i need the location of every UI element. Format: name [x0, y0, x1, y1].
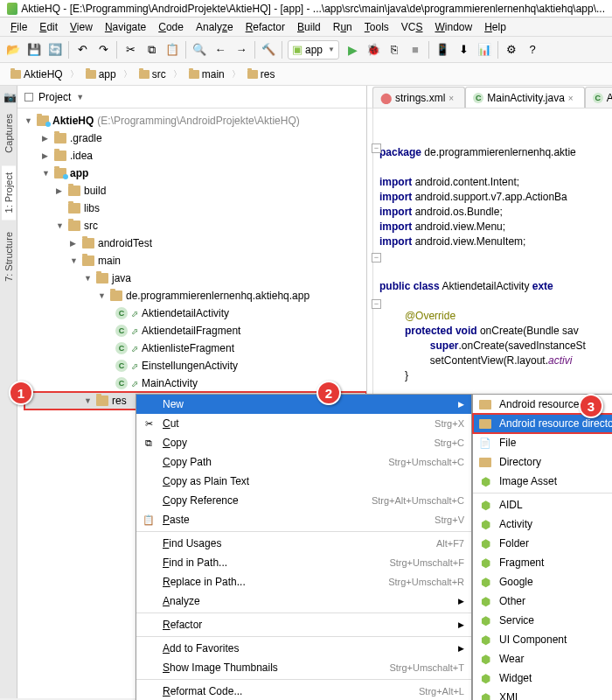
pane-title[interactable]: Project	[38, 91, 71, 103]
tree-root[interactable]: ▼AktieHQ (E:\Programming\AndroidProjekte…	[24, 112, 366, 130]
debug-icon[interactable]: 🐞	[365, 42, 381, 58]
menu-item-aidl[interactable]: ⬢AIDL▶	[473, 495, 612, 514]
tab-strings[interactable]: ⬤strings.xml×	[372, 87, 465, 108]
menu-item-directory[interactable]: Directory	[473, 452, 612, 472]
tab-captures[interactable]: Captures	[2, 107, 16, 160]
menu-item-paste[interactable]: 📋PasteStrg+V	[136, 510, 471, 529]
view-mode-icon[interactable]	[24, 93, 33, 102]
run-icon[interactable]: ▶	[344, 42, 360, 58]
camera-icon[interactable]: 📷	[3, 91, 14, 102]
menu-help[interactable]: Help	[479, 19, 511, 35]
menu-item-fragment[interactable]: ⬢Fragment▶	[473, 553, 612, 572]
menu-item-xml[interactable]: ⬢XML▶	[473, 688, 612, 700]
menu-code[interactable]: Code	[153, 19, 189, 35]
tree-main[interactable]: ▼main	[24, 252, 366, 270]
build-icon[interactable]: 🔨	[261, 42, 276, 58]
menu-item-add-to-favorites[interactable]: Add to Favorites▶	[136, 639, 471, 658]
crumb-src[interactable]: src	[134, 66, 171, 82]
menu-window[interactable]: Window	[429, 19, 477, 35]
tree-idea[interactable]: ▶.idea	[24, 147, 366, 164]
menu-item-cut[interactable]: ✂CutStrg+X	[136, 414, 471, 433]
open-icon[interactable]: 📂	[5, 42, 21, 58]
menu-item-replace-in-path-[interactable]: Replace in Path...Strg+Umschalt+R	[136, 572, 471, 592]
tree-libs[interactable]: libs	[24, 200, 366, 217]
menu-item-analyze[interactable]: Analyze▶	[136, 592, 471, 611]
tree-package[interactable]: ▼de.programmierenlernenhq.aktiehq.app	[24, 287, 366, 304]
tab-mainactivity[interactable]: CMainActivity.java×	[465, 87, 584, 108]
menu-item-image-asset[interactable]: ⬢Image Asset	[473, 472, 612, 491]
menu-item-other[interactable]: ⬢Other▶	[473, 592, 612, 611]
undo-icon[interactable]: ↶	[74, 42, 90, 58]
menu-item-wear[interactable]: ⬢Wear▶	[473, 649, 612, 668]
copy-icon[interactable]: ⧉	[143, 42, 159, 58]
menu-item-copy[interactable]: ⧉CopyStrg+C	[136, 433, 471, 452]
menu-item-find-in-path-[interactable]: Find in Path...Strg+Umschalt+F	[136, 553, 471, 572]
menu-item-copy-as-plain-text[interactable]: Copy as Plain Text	[136, 472, 471, 491]
tree-src[interactable]: ▼src	[24, 217, 366, 234]
redo-icon[interactable]: ↷	[95, 42, 111, 58]
menu-item-refactor[interactable]: Refactor▶	[136, 615, 471, 634]
menu-build[interactable]: Build	[292, 19, 326, 35]
menu-run[interactable]: Run	[328, 19, 358, 35]
menu-item-copy-reference[interactable]: Copy ReferenceStrg+Alt+Umschalt+C	[136, 491, 471, 510]
tree-java[interactable]: ▼java	[24, 270, 366, 287]
menu-item-find-usages[interactable]: Find UsagesAlt+F7	[136, 534, 471, 553]
tree-app[interactable]: ▼app	[24, 164, 366, 182]
tree-class3[interactable]: C⬀AktienlisteFragment	[24, 340, 366, 357]
avd-icon[interactable]: 📱	[435, 42, 450, 58]
help-icon[interactable]: ?	[525, 42, 540, 58]
find-icon[interactable]: 🔍	[191, 42, 207, 58]
close-icon[interactable]: ×	[449, 94, 457, 102]
menu-item-file[interactable]: 📄File	[473, 433, 612, 452]
module-selector[interactable]: ▣ app	[288, 40, 339, 60]
menu-item-ui-component[interactable]: ⬢UI Component▶	[473, 630, 612, 649]
save-icon[interactable]: 💾	[26, 42, 42, 58]
menu-edit[interactable]: Edit	[34, 19, 63, 35]
back-icon[interactable]: ←	[212, 42, 228, 58]
menu-item-reformat-code-[interactable]: Reformat Code...Strg+Alt+L	[136, 682, 471, 700]
menu-refactor[interactable]: Refactor	[240, 19, 290, 35]
menu-file[interactable]: File	[5, 19, 32, 35]
menu-item-google[interactable]: ⬢Google▶	[473, 572, 612, 592]
tree-class4[interactable]: C⬀EinstellungenActivity	[24, 357, 366, 374]
menu-item-folder[interactable]: ⬢Folder▶	[473, 534, 612, 553]
tab-structure[interactable]: 7: Structure	[2, 225, 16, 289]
menu-view[interactable]: View	[65, 19, 98, 35]
fold-icon[interactable]: −	[372, 144, 381, 153]
menu-item-new[interactable]: New▶	[136, 395, 471, 414]
sync-icon[interactable]: 🔄	[47, 42, 63, 58]
tree-class1[interactable]: C⬀AktiendetailActivity	[24, 304, 366, 322]
menu-vcs[interactable]: VCS	[396, 19, 428, 35]
monitor-icon[interactable]: 📊	[476, 42, 492, 58]
context-submenu-new[interactable]: Android resource fileAndroid resource di…	[472, 394, 612, 700]
context-menu[interactable]: New▶✂CutStrg+X⧉CopyStrg+CCopy PathStrg+U…	[136, 394, 472, 700]
tree-class2[interactable]: C⬀AktiendetailFragment	[24, 322, 366, 340]
crumb-project[interactable]: AktieHQ	[5, 66, 68, 82]
menu-item-widget[interactable]: ⬢Widget▶	[473, 668, 612, 688]
menu-item-activity[interactable]: ⬢Activity▶	[473, 514, 612, 534]
sdk-icon[interactable]: ⬇	[456, 42, 471, 58]
menu-item-copy-path[interactable]: Copy PathStrg+Umschalt+C	[136, 452, 471, 472]
menu-tools[interactable]: Tools	[359, 19, 394, 35]
menu-analyze[interactable]: Analyze	[191, 19, 239, 35]
tree-gradle[interactable]: ▶.gradle	[24, 130, 366, 147]
tree-androidtest[interactable]: ▶androidTest	[24, 234, 366, 252]
crumb-res[interactable]: res	[242, 66, 281, 82]
menu-item-service[interactable]: ⬢Service▶	[473, 611, 612, 630]
paste-icon[interactable]: 📋	[164, 42, 180, 58]
dropdown-icon[interactable]: ▼	[76, 93, 84, 102]
close-icon[interactable]: ×	[568, 94, 577, 102]
fold-icon[interactable]: −	[372, 253, 381, 262]
cut-icon[interactable]: ✂	[122, 42, 138, 58]
tree-build[interactable]: ▶build	[24, 182, 366, 200]
crumb-main[interactable]: main	[184, 66, 230, 82]
tab-akt[interactable]: CAkt	[585, 87, 612, 108]
tree-class5[interactable]: C⬀MainActivity	[24, 374, 366, 392]
menu-bar[interactable]: File Edit View Navigate Code Analyze Ref…	[0, 18, 612, 37]
fold-icon[interactable]: −	[372, 299, 381, 309]
tab-project[interactable]: 1: Project	[2, 165, 16, 220]
attach-icon[interactable]: ⎘	[386, 42, 402, 58]
settings-icon[interactable]: ⚙	[504, 42, 519, 58]
crumb-app[interactable]: app	[80, 66, 122, 82]
menu-item-show-image-thumbnails[interactable]: Show Image ThumbnailsStrg+Umschalt+T	[136, 658, 471, 677]
